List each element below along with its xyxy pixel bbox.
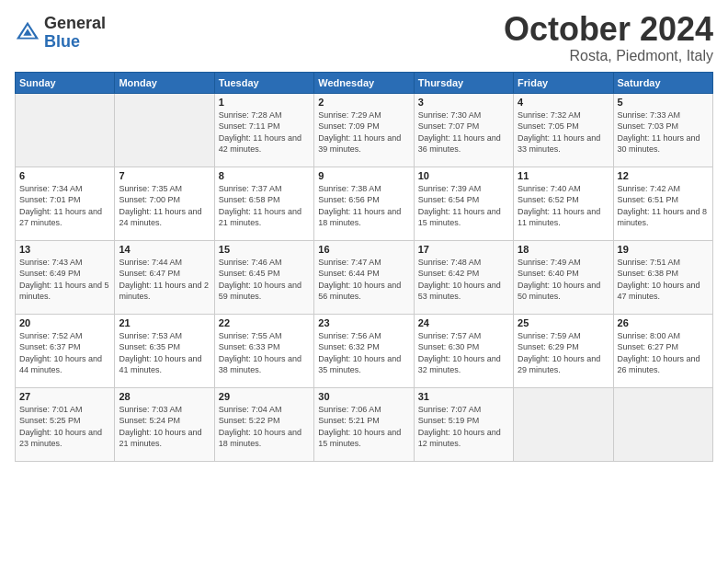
calendar-cell: 29Sunrise: 7:04 AMSunset: 5:22 PMDayligh… [214,387,313,461]
day-info: Sunrise: 7:42 AMSunset: 6:51 PMDaylight:… [618,183,709,229]
day-info: Sunrise: 7:59 AMSunset: 6:29 PMDaylight:… [518,330,609,376]
day-number: 9 [318,170,409,181]
calendar-header: Sunday Monday Tuesday Wednesday Thursday… [16,72,713,93]
header-thursday: Thursday [414,72,513,93]
day-info: Sunrise: 7:32 AMSunset: 7:05 PMDaylight:… [518,109,609,155]
logo-icon [15,20,40,46]
calendar-cell: 20Sunrise: 7:52 AMSunset: 6:37 PMDayligh… [16,314,115,387]
calendar-cell: 7Sunrise: 7:35 AMSunset: 7:00 PMDaylight… [115,167,214,240]
day-info: Sunrise: 7:43 AMSunset: 6:49 PMDaylight:… [19,257,110,303]
day-info: Sunrise: 7:56 AMSunset: 6:32 PMDaylight:… [318,330,409,376]
calendar-cell [514,387,613,461]
calendar-week-4: 27Sunrise: 7:01 AMSunset: 5:25 PMDayligh… [16,387,713,461]
calendar-cell: 30Sunrise: 7:06 AMSunset: 5:21 PMDayligh… [314,387,414,461]
calendar-cell: 21Sunrise: 7:53 AMSunset: 6:35 PMDayligh… [115,314,214,387]
day-number: 29 [219,391,310,402]
day-info: Sunrise: 7:37 AMSunset: 6:58 PMDaylight:… [219,183,310,229]
calendar-cell: 31Sunrise: 7:07 AMSunset: 5:19 PMDayligh… [414,387,513,461]
day-info: Sunrise: 7:35 AMSunset: 7:00 PMDaylight:… [119,183,210,229]
header: General Blue October 2024 Rosta, Piedmon… [15,11,713,64]
day-info: Sunrise: 7:39 AMSunset: 6:54 PMDaylight:… [418,183,509,229]
day-info: Sunrise: 7:51 AMSunset: 6:38 PMDaylight:… [618,257,709,303]
calendar-cell: 24Sunrise: 7:57 AMSunset: 6:30 PMDayligh… [414,314,513,387]
calendar-cell: 3Sunrise: 7:30 AMSunset: 7:07 PMDaylight… [414,93,513,167]
day-info: Sunrise: 7:40 AMSunset: 6:52 PMDaylight:… [518,183,609,229]
day-number: 7 [119,170,210,181]
day-number: 19 [618,244,709,255]
day-number: 25 [518,317,609,328]
day-info: Sunrise: 7:52 AMSunset: 6:37 PMDaylight:… [19,330,110,376]
day-number: 3 [418,97,509,108]
day-number: 24 [418,317,509,328]
calendar-cell: 23Sunrise: 7:56 AMSunset: 6:32 PMDayligh… [314,314,414,387]
day-info: Sunrise: 7:48 AMSunset: 6:42 PMDaylight:… [418,257,509,303]
calendar-week-3: 20Sunrise: 7:52 AMSunset: 6:37 PMDayligh… [16,314,713,387]
day-number: 10 [418,170,509,181]
calendar-week-0: 1Sunrise: 7:28 AMSunset: 7:11 PMDaylight… [16,93,713,167]
day-number: 13 [19,244,110,255]
day-number: 23 [318,317,409,328]
day-number: 18 [518,244,609,255]
calendar-cell: 2Sunrise: 7:29 AMSunset: 7:09 PMDaylight… [314,93,414,167]
day-info: Sunrise: 7:44 AMSunset: 6:47 PMDaylight:… [119,257,210,303]
calendar-cell: 17Sunrise: 7:48 AMSunset: 6:42 PMDayligh… [414,240,513,314]
day-number: 17 [418,244,509,255]
day-info: Sunrise: 7:28 AMSunset: 7:11 PMDaylight:… [219,109,310,155]
logo-general: General [44,15,106,33]
day-info: Sunrise: 7:07 AMSunset: 5:19 PMDaylight:… [418,404,509,450]
calendar-cell: 8Sunrise: 7:37 AMSunset: 6:58 PMDaylight… [214,167,313,240]
day-info: Sunrise: 7:29 AMSunset: 7:09 PMDaylight:… [318,109,409,155]
day-info: Sunrise: 7:01 AMSunset: 5:25 PMDaylight:… [19,404,110,450]
header-saturday: Saturday [613,72,712,93]
calendar-cell: 4Sunrise: 7:32 AMSunset: 7:05 PMDaylight… [514,93,613,167]
calendar-cell: 12Sunrise: 7:42 AMSunset: 6:51 PMDayligh… [613,167,712,240]
header-row: Sunday Monday Tuesday Wednesday Thursday… [16,72,713,93]
day-number: 6 [19,170,110,181]
title-block: October 2024 Rosta, Piedmont, Italy [504,11,713,64]
header-sunday: Sunday [16,72,115,93]
calendar-cell [115,93,214,167]
day-number: 20 [19,317,110,328]
day-number: 16 [318,244,409,255]
logo-blue: Blue [44,33,106,52]
day-info: Sunrise: 7:53 AMSunset: 6:35 PMDaylight:… [119,330,210,376]
day-info: Sunrise: 7:57 AMSunset: 6:30 PMDaylight:… [418,330,509,376]
day-info: Sunrise: 7:03 AMSunset: 5:24 PMDaylight:… [119,404,210,450]
calendar-cell: 28Sunrise: 7:03 AMSunset: 5:24 PMDayligh… [115,387,214,461]
day-info: Sunrise: 8:00 AMSunset: 6:27 PMDaylight:… [618,330,709,376]
day-number: 11 [518,170,609,181]
day-number: 22 [219,317,310,328]
day-number: 27 [19,391,110,402]
main-container: General Blue October 2024 Rosta, Piedmon… [0,0,728,469]
month-title: October 2024 [504,11,713,48]
calendar-body: 1Sunrise: 7:28 AMSunset: 7:11 PMDaylight… [16,93,713,461]
calendar-cell [16,93,115,167]
day-number: 5 [618,97,709,108]
calendar-cell [613,387,712,461]
day-number: 2 [318,97,409,108]
calendar-cell: 19Sunrise: 7:51 AMSunset: 6:38 PMDayligh… [613,240,712,314]
day-number: 21 [119,317,210,328]
calendar-week-2: 13Sunrise: 7:43 AMSunset: 6:49 PMDayligh… [16,240,713,314]
day-number: 31 [418,391,509,402]
day-number: 8 [219,170,310,181]
logo: General Blue [15,15,106,52]
day-number: 26 [618,317,709,328]
day-info: Sunrise: 7:38 AMSunset: 6:56 PMDaylight:… [318,183,409,229]
calendar-cell: 13Sunrise: 7:43 AMSunset: 6:49 PMDayligh… [16,240,115,314]
day-info: Sunrise: 7:47 AMSunset: 6:44 PMDaylight:… [318,257,409,303]
day-info: Sunrise: 7:34 AMSunset: 7:01 PMDaylight:… [19,183,110,229]
location: Rosta, Piedmont, Italy [504,48,713,64]
calendar-cell: 15Sunrise: 7:46 AMSunset: 6:45 PMDayligh… [214,240,313,314]
day-info: Sunrise: 7:30 AMSunset: 7:07 PMDaylight:… [418,109,509,155]
calendar-cell: 25Sunrise: 7:59 AMSunset: 6:29 PMDayligh… [514,314,613,387]
calendar-cell: 5Sunrise: 7:33 AMSunset: 7:03 PMDaylight… [613,93,712,167]
day-number: 30 [318,391,409,402]
calendar-cell: 14Sunrise: 7:44 AMSunset: 6:47 PMDayligh… [115,240,214,314]
header-friday: Friday [514,72,613,93]
calendar-week-1: 6Sunrise: 7:34 AMSunset: 7:01 PMDaylight… [16,167,713,240]
day-number: 1 [219,97,310,108]
day-number: 15 [219,244,310,255]
header-wednesday: Wednesday [314,72,414,93]
day-info: Sunrise: 7:49 AMSunset: 6:40 PMDaylight:… [518,257,609,303]
